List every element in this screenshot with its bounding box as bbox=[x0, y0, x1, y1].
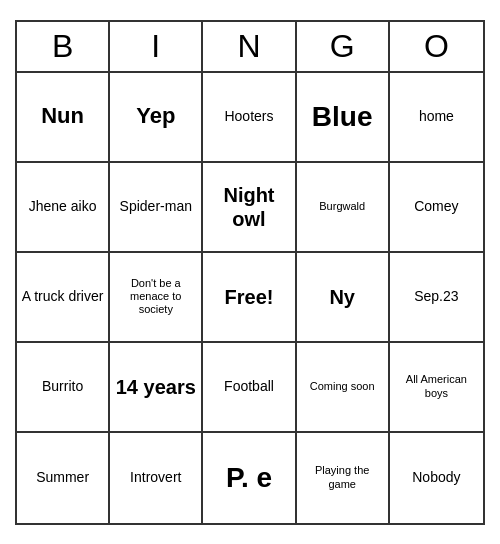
bingo-cell-1: Yep bbox=[110, 73, 203, 163]
bingo-cell-18: Coming soon bbox=[297, 343, 390, 433]
bingo-cell-2: Hooters bbox=[203, 73, 296, 163]
header-letter-o: O bbox=[390, 22, 483, 71]
bingo-cell-3: Blue bbox=[297, 73, 390, 163]
bingo-cell-9: Comey bbox=[390, 163, 483, 253]
bingo-cell-12: Free! bbox=[203, 253, 296, 343]
bingo-grid: NunYepHootersBluehomeJhene aikoSpider-ma… bbox=[17, 73, 483, 523]
bingo-cell-16: 14 years bbox=[110, 343, 203, 433]
bingo-cell-24: Nobody bbox=[390, 433, 483, 523]
bingo-cell-13: Ny bbox=[297, 253, 390, 343]
bingo-cell-17: Football bbox=[203, 343, 296, 433]
bingo-cell-23: Playing the game bbox=[297, 433, 390, 523]
header-letter-g: G bbox=[297, 22, 390, 71]
bingo-cell-4: home bbox=[390, 73, 483, 163]
bingo-cell-10: A truck driver bbox=[17, 253, 110, 343]
header-letter-n: N bbox=[203, 22, 296, 71]
bingo-cell-20: Summer bbox=[17, 433, 110, 523]
bingo-cell-7: Night owl bbox=[203, 163, 296, 253]
bingo-cell-5: Jhene aiko bbox=[17, 163, 110, 253]
bingo-cell-8: Burgwald bbox=[297, 163, 390, 253]
bingo-cell-21: Introvert bbox=[110, 433, 203, 523]
header-letter-b: B bbox=[17, 22, 110, 71]
bingo-cell-15: Burrito bbox=[17, 343, 110, 433]
header-letter-i: I bbox=[110, 22, 203, 71]
bingo-cell-19: All American boys bbox=[390, 343, 483, 433]
bingo-cell-0: Nun bbox=[17, 73, 110, 163]
bingo-cell-14: Sep.23 bbox=[390, 253, 483, 343]
bingo-card: BINGO NunYepHootersBluehomeJhene aikoSpi… bbox=[15, 20, 485, 525]
bingo-cell-22: P. e bbox=[203, 433, 296, 523]
bingo-cell-11: Don't be a menace to society bbox=[110, 253, 203, 343]
bingo-cell-6: Spider-man bbox=[110, 163, 203, 253]
bingo-header: BINGO bbox=[17, 22, 483, 73]
